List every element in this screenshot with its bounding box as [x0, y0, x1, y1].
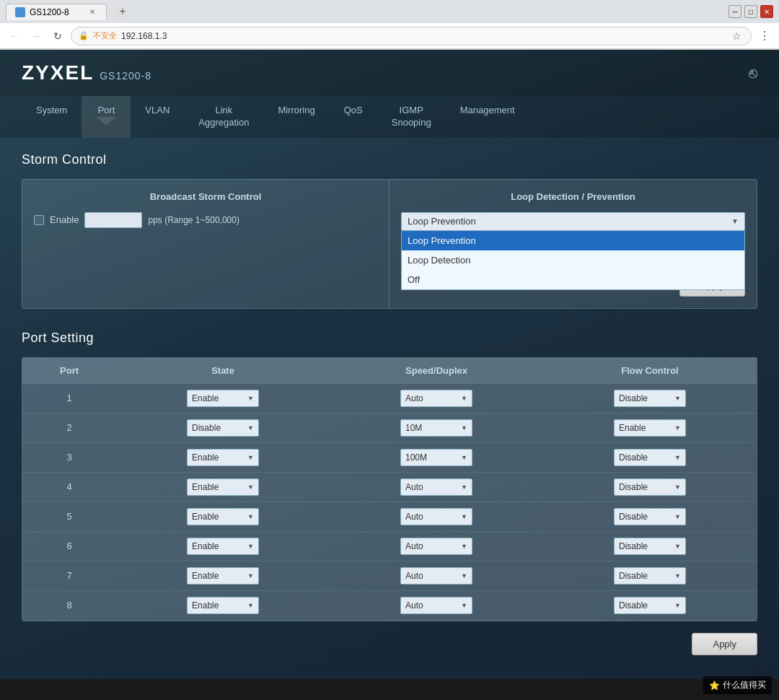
- enable-row: Enable pps (Range 1~500,000): [34, 212, 377, 228]
- speed-arrow-3: ▼: [461, 454, 467, 461]
- browser-menu-button[interactable]: ⋮: [756, 29, 773, 43]
- col-speed-duplex: Speed/Duplex: [330, 358, 543, 384]
- speed-cell-7: Auto▼: [330, 561, 543, 590]
- state-cell-5: Enable▼: [116, 502, 330, 531]
- nav-system[interactable]: System: [22, 96, 82, 138]
- nav-management[interactable]: Management: [446, 96, 529, 138]
- state-cell-6: Enable▼: [116, 531, 330, 561]
- speed-arrow-8: ▼: [461, 602, 467, 609]
- nav-vlan[interactable]: VLAN: [131, 96, 184, 138]
- speed-cell-8: Auto▼: [330, 590, 543, 620]
- flow-cell-2: Enable▼: [543, 413, 757, 442]
- loop-dropdown-arrow: ▼: [731, 217, 739, 225]
- nav-port-label: Port: [97, 105, 115, 115]
- state-select-6[interactable]: Enable▼: [187, 538, 259, 555]
- forward-button[interactable]: →: [27, 27, 45, 45]
- flow-select-4[interactable]: Disable▼: [614, 478, 686, 496]
- tab-favicon: [15, 7, 25, 17]
- port-table-header-row: Port State Speed/Duplex Flow Control: [22, 358, 757, 384]
- minimize-button[interactable]: ─: [729, 5, 741, 18]
- refresh-button[interactable]: ↻: [49, 27, 66, 45]
- tab-close-button[interactable]: ✕: [87, 7, 97, 17]
- table-row: 3Enable▼100M▼Disable▼: [22, 442, 757, 472]
- flow-cell-6: Disable▼: [543, 531, 757, 561]
- port-apply-button[interactable]: Apply: [692, 633, 757, 655]
- flow-select-8[interactable]: Disable▼: [614, 597, 686, 614]
- main-content: ZYXEL GS1200-8 ⎋ System Port VLAN LinkAg…: [0, 50, 779, 679]
- broadcast-panel: Broadcast Storm Control Enable pps (Rang…: [22, 180, 390, 308]
- bookmark-icon[interactable]: ☆: [729, 29, 744, 43]
- speed-cell-3: 100M▼: [330, 442, 543, 472]
- speed-select-6[interactable]: Auto▼: [400, 538, 472, 555]
- loop-option-loop-prevention[interactable]: Loop Prevention: [402, 231, 744, 250]
- enable-checkbox[interactable]: [34, 215, 44, 225]
- flow-arrow-4: ▼: [674, 484, 681, 491]
- new-tab-button[interactable]: +: [114, 3, 131, 20]
- table-row: 1Enable▼Auto▼Disable▼: [22, 383, 757, 413]
- speed-select-2[interactable]: 10M▼: [400, 419, 472, 437]
- logo-model: GS1200-8: [100, 70, 151, 82]
- state-arrow-3: ▼: [247, 454, 254, 461]
- flow-cell-7: Disable▼: [543, 561, 757, 590]
- speed-select-3[interactable]: 100M▼: [400, 449, 472, 466]
- flow-select-2[interactable]: Enable▼: [614, 419, 686, 437]
- nav-mirroring[interactable]: Mirroring: [263, 96, 329, 138]
- watermark-text: 什么值得买: [723, 679, 766, 691]
- nav-qos[interactable]: QoS: [330, 96, 377, 138]
- port-table-head: Port State Speed/Duplex Flow Control: [22, 358, 757, 384]
- storm-control-section: Storm Control Broadcast Storm Control En…: [22, 152, 757, 309]
- state-select-4[interactable]: Enable▼: [187, 478, 259, 496]
- flow-cell-8: Disable▼: [543, 590, 757, 620]
- state-select-5[interactable]: Enable▼: [187, 508, 259, 525]
- nav-port[interactable]: Port: [82, 96, 131, 138]
- speed-select-4[interactable]: Auto▼: [400, 478, 472, 496]
- flow-select-3[interactable]: Disable▼: [614, 449, 686, 466]
- table-row: 6Enable▼Auto▼Disable▼: [22, 531, 757, 561]
- state-cell-2: Disable▼: [116, 413, 330, 442]
- loop-option-loop-detection[interactable]: Loop Detection: [402, 250, 744, 270]
- state-select-1[interactable]: Enable▼: [187, 390, 259, 407]
- speed-select-5[interactable]: Auto▼: [400, 508, 472, 525]
- loop-dropdown[interactable]: Loop Prevention ▼: [401, 212, 745, 231]
- maximize-button[interactable]: □: [744, 5, 757, 18]
- col-port: Port: [22, 358, 116, 384]
- table-row: 8Enable▼Auto▼Disable▼: [22, 590, 757, 620]
- tab-title: GS1200-8: [30, 7, 69, 17]
- state-select-3[interactable]: Enable▼: [187, 449, 259, 466]
- flow-cell-4: Disable▼: [543, 472, 757, 502]
- port-setting-panel: Port State Speed/Duplex Flow Control 1En…: [22, 357, 757, 621]
- speed-cell-6: Auto▼: [330, 531, 543, 561]
- flow-select-7[interactable]: Disable▼: [614, 567, 686, 585]
- address-bar: ← → ↻ 🔒 不安全 192.168.1.3 ☆ ⋮: [0, 23, 779, 49]
- table-row: 4Enable▼Auto▼Disable▼: [22, 472, 757, 502]
- loop-option-off[interactable]: Off: [402, 270, 744, 289]
- storm-control-panel: Broadcast Storm Control Enable pps (Rang…: [22, 179, 757, 309]
- speed-select-7[interactable]: Auto▼: [400, 567, 472, 585]
- state-select-2[interactable]: Disable▼: [187, 419, 259, 437]
- flow-arrow-5: ▼: [674, 513, 681, 520]
- state-select-8[interactable]: Enable▼: [187, 597, 259, 614]
- table-row: 5Enable▼Auto▼Disable▼: [22, 502, 757, 531]
- state-arrow-7: ▼: [247, 572, 254, 579]
- flow-select-5[interactable]: Disable▼: [614, 508, 686, 525]
- back-button[interactable]: ←: [6, 27, 23, 45]
- flow-arrow-7: ▼: [674, 572, 681, 579]
- nav-link-aggregation[interactable]: LinkAggregation: [184, 96, 263, 138]
- logout-icon[interactable]: ⎋: [749, 65, 757, 82]
- speed-cell-1: Auto▼: [330, 383, 543, 413]
- browser-tab[interactable]: GS1200-8 ✕: [6, 4, 107, 20]
- speed-select-8[interactable]: Auto▼: [400, 597, 472, 614]
- speed-select-1[interactable]: Auto▼: [400, 390, 472, 407]
- state-arrow-5: ▼: [247, 513, 254, 520]
- state-cell-1: Enable▼: [116, 383, 330, 413]
- flow-select-1[interactable]: Disable▼: [614, 390, 686, 407]
- flow-select-6[interactable]: Disable▼: [614, 538, 686, 555]
- pps-input[interactable]: [84, 212, 142, 228]
- nav-igmp-snooping[interactable]: IGMPSnooping: [377, 96, 446, 138]
- app-header: ZYXEL GS1200-8 ⎋: [0, 50, 779, 96]
- browser-chrome: GS1200-8 ✕ + ─ □ ✕ ← → ↻ 🔒 不安全 192.168.1…: [0, 0, 779, 50]
- url-box[interactable]: 🔒 不安全 192.168.1.3 ☆: [71, 27, 752, 45]
- close-button[interactable]: ✕: [760, 5, 773, 18]
- security-icon: 🔒: [79, 31, 89, 40]
- state-select-7[interactable]: Enable▼: [187, 567, 259, 585]
